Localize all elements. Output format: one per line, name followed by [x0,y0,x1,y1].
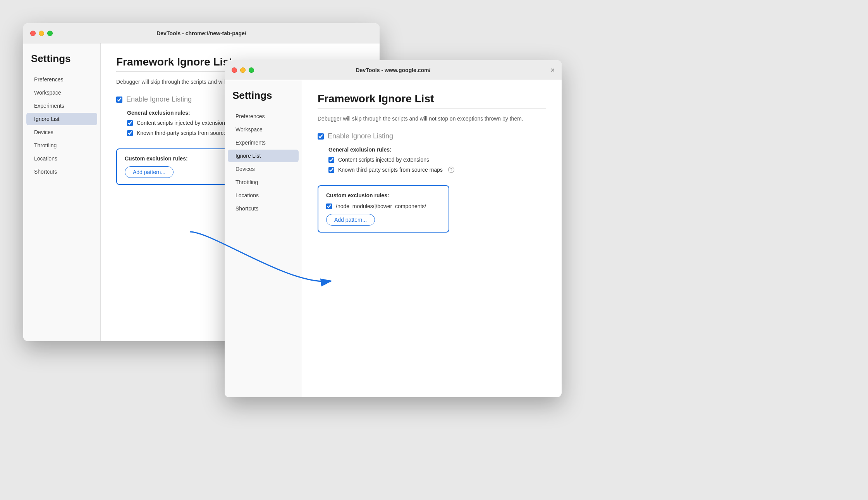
enable-ignore-listing-row-fg: Enable Ignore Listing [318,132,546,140]
subrule1-label-bg: Content scripts injected by extensions [137,120,228,126]
sidebar-item-preferences-fg[interactable]: Preferences [228,110,299,122]
enable-ignore-listing-label-fg: Enable Ignore Listing [328,132,393,140]
window-title-background: DevTools - chrome://new-tab-page/ [156,30,246,36]
general-rules-header-fg: General exclusion rules: [328,147,546,153]
sidebar-item-devices-bg[interactable]: Devices [26,126,97,138]
section-desc-foreground: Debugger will skip through the scripts a… [318,115,546,123]
enable-ignore-listing-label-bg: Enable Ignore Listing [126,95,192,103]
window-foreground: DevTools - www.google.com/ × Settings Pr… [225,60,562,397]
custom-rule-checkbox-fg[interactable] [326,203,332,209]
custom-rule-row-fg: /node_modules/|/bower_components/ [326,203,441,209]
titlebar-background: DevTools - chrome://new-tab-page/ [23,23,380,43]
sidebar-heading-foreground: Settings [225,90,302,109]
sidebar-item-workspace-fg[interactable]: Workspace [228,123,299,136]
subrules-fg: Content scripts injected by extensions K… [328,157,546,173]
titlebar-foreground: DevTools - www.google.com/ × [225,60,562,80]
close-traffic-light[interactable] [30,31,36,36]
enable-ignore-listing-checkbox-fg[interactable] [318,133,324,140]
sidebar-heading-background: Settings [23,53,100,72]
add-pattern-button-fg[interactable]: Add pattern... [326,214,375,226]
help-icon-fg[interactable]: ? [448,167,454,173]
subrule-row2-fg: Known third-party scripts from source ma… [328,167,546,173]
custom-exclusion-title-bg: Custom exclusion rules: [125,155,239,162]
sidebar-item-devices-fg[interactable]: Devices [228,163,299,175]
subrule1-checkbox-bg[interactable] [127,120,133,126]
sidebar-background: Settings Preferences Workspace Experimen… [23,43,101,341]
subrule2-checkbox-bg[interactable] [127,130,133,136]
minimize-traffic-light-fg[interactable] [240,67,246,73]
sidebar-item-experiments-bg[interactable]: Experiments [26,100,97,112]
subrule1-checkbox-fg[interactable] [328,157,334,163]
sidebar-item-ignorelist-fg[interactable]: Ignore List [228,150,299,162]
maximize-traffic-light[interactable] [47,31,53,36]
subrule2-label-fg: Known third-party scripts from source ma… [338,167,443,173]
traffic-lights-foreground [232,67,254,73]
close-traffic-light-fg[interactable] [232,67,237,73]
window-body-foreground: Settings Preferences Workspace Experimen… [225,80,562,397]
sidebar-item-workspace-bg[interactable]: Workspace [26,86,97,99]
main-content-foreground: Framework Ignore List Debugger will skip… [302,80,562,397]
sidebar-item-shortcuts-fg[interactable]: Shortcuts [228,202,299,215]
sidebar-item-locations-bg[interactable]: Locations [26,152,97,165]
custom-exclusion-box-foreground: Custom exclusion rules: /node_modules/|/… [318,185,449,233]
sidebar-item-preferences-bg[interactable]: Preferences [26,73,97,86]
sidebar-item-locations-fg[interactable]: Locations [228,189,299,202]
custom-rule-label-fg: /node_modules/|/bower_components/ [336,203,426,209]
section-divider-foreground [318,108,546,109]
sidebar-item-ignorelist-bg[interactable]: Ignore List [26,113,97,125]
custom-exclusion-title-fg: Custom exclusion rules: [326,192,441,198]
subrule1-label-fg: Content scripts injected by extensions [338,157,429,163]
sidebar-foreground: Settings Preferences Workspace Experimen… [225,80,302,397]
close-button-foreground[interactable]: × [550,67,555,74]
subrule-row1-fg: Content scripts injected by extensions [328,157,546,163]
sidebar-item-shortcuts-bg[interactable]: Shortcuts [26,166,97,178]
sidebar-item-throttling-bg[interactable]: Throttling [26,139,97,152]
subrule2-checkbox-fg[interactable] [328,167,334,173]
window-title-foreground: DevTools - www.google.com/ [356,67,431,73]
add-pattern-button-bg[interactable]: Add pattern... [125,166,174,178]
section-title-foreground: Framework Ignore List [318,93,546,105]
traffic-lights-background [30,31,53,36]
enable-ignore-listing-checkbox-bg[interactable] [116,97,122,103]
maximize-traffic-light-fg[interactable] [249,67,254,73]
sidebar-item-throttling-fg[interactable]: Throttling [228,176,299,188]
minimize-traffic-light[interactable] [39,31,44,36]
sidebar-item-experiments-fg[interactable]: Experiments [228,136,299,149]
